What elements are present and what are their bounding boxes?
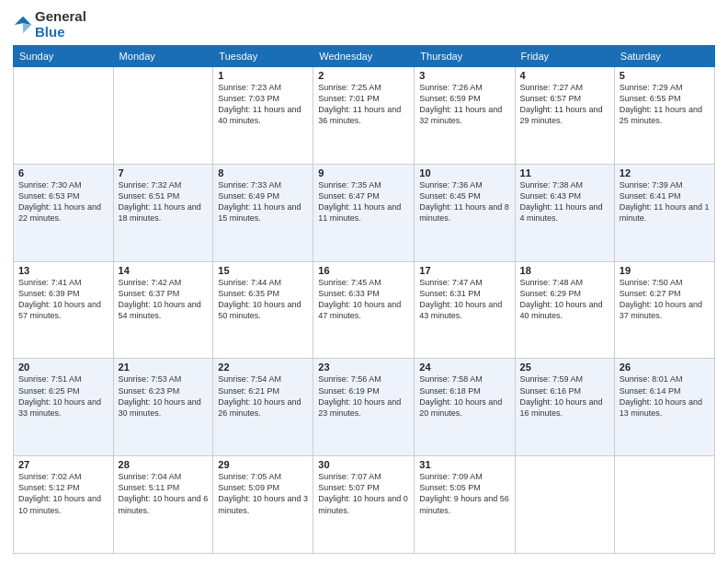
- calendar-cell: 4Sunrise: 7:27 AM Sunset: 6:57 PM Daylig…: [515, 67, 614, 165]
- day-info: Sunrise: 7:58 AM Sunset: 6:18 PM Dayligh…: [419, 373, 509, 419]
- day-info: Sunrise: 7:41 AM Sunset: 6:39 PM Dayligh…: [18, 277, 108, 322]
- day-info: Sunrise: 7:53 AM Sunset: 6:23 PM Dayligh…: [119, 373, 209, 419]
- day-number: 13: [18, 265, 108, 276]
- day-info: Sunrise: 8:01 AM Sunset: 6:14 PM Dayligh…: [620, 373, 710, 419]
- day-number: 24: [419, 362, 509, 373]
- calendar-week-row: 1Sunrise: 7:23 AM Sunset: 7:03 PM Daylig…: [14, 67, 715, 165]
- calendar-cell: 5Sunrise: 7:29 AM Sunset: 6:55 PM Daylig…: [614, 67, 714, 165]
- calendar-cell: 10Sunrise: 7:36 AM Sunset: 6:45 PM Dayli…: [415, 164, 515, 261]
- day-number: 5: [620, 70, 710, 81]
- calendar-cell: 21Sunrise: 7:53 AM Sunset: 6:23 PM Dayli…: [113, 359, 213, 456]
- day-number: 8: [218, 167, 308, 178]
- calendar-cell: 11Sunrise: 7:38 AM Sunset: 6:43 PM Dayli…: [515, 164, 614, 261]
- calendar-cell: 1Sunrise: 7:23 AM Sunset: 7:03 PM Daylig…: [213, 67, 313, 165]
- calendar-cell: 17Sunrise: 7:47 AM Sunset: 6:31 PM Dayli…: [415, 261, 515, 359]
- day-info: Sunrise: 7:09 AM Sunset: 5:05 PM Dayligh…: [419, 471, 509, 516]
- day-number: 2: [318, 70, 409, 81]
- day-info: Sunrise: 7:59 AM Sunset: 6:16 PM Dayligh…: [520, 373, 609, 419]
- calendar-cell: 25Sunrise: 7:59 AM Sunset: 6:16 PM Dayli…: [515, 359, 614, 456]
- calendar-cell: [113, 67, 213, 165]
- weekday-header: Monday: [113, 46, 213, 67]
- day-number: 31: [419, 459, 509, 470]
- calendar-cell: 26Sunrise: 8:01 AM Sunset: 6:14 PM Dayli…: [614, 359, 714, 456]
- svg-marker-1: [23, 23, 31, 33]
- day-number: 20: [18, 362, 108, 373]
- day-number: 27: [18, 459, 108, 470]
- calendar-cell: 22Sunrise: 7:54 AM Sunset: 6:21 PM Dayli…: [213, 359, 313, 456]
- day-number: 14: [119, 265, 209, 276]
- calendar-cell: 30Sunrise: 7:07 AM Sunset: 5:07 PM Dayli…: [313, 456, 415, 554]
- calendar-cell: 15Sunrise: 7:44 AM Sunset: 6:35 PM Dayli…: [213, 261, 313, 359]
- day-info: Sunrise: 7:51 AM Sunset: 6:25 PM Dayligh…: [18, 373, 108, 419]
- calendar-cell: 7Sunrise: 7:32 AM Sunset: 6:51 PM Daylig…: [113, 164, 213, 261]
- calendar-cell: 13Sunrise: 7:41 AM Sunset: 6:39 PM Dayli…: [14, 261, 114, 359]
- day-number: 11: [520, 167, 609, 178]
- weekday-header: Friday: [515, 46, 614, 67]
- logo-icon: [13, 15, 33, 35]
- day-info: Sunrise: 7:26 AM Sunset: 6:59 PM Dayligh…: [419, 82, 509, 127]
- calendar-cell: 23Sunrise: 7:56 AM Sunset: 6:19 PM Dayli…: [313, 359, 415, 456]
- day-info: Sunrise: 7:32 AM Sunset: 6:51 PM Dayligh…: [119, 179, 209, 224]
- day-info: Sunrise: 7:30 AM Sunset: 6:53 PM Dayligh…: [18, 179, 108, 224]
- day-number: 15: [218, 265, 308, 276]
- day-info: Sunrise: 7:48 AM Sunset: 6:29 PM Dayligh…: [520, 277, 609, 322]
- day-info: Sunrise: 7:54 AM Sunset: 6:21 PM Dayligh…: [218, 373, 308, 419]
- calendar-week-row: 27Sunrise: 7:02 AM Sunset: 5:12 PM Dayli…: [14, 456, 715, 554]
- day-number: 22: [218, 362, 308, 373]
- weekday-header-row: SundayMondayTuesdayWednesdayThursdayFrid…: [14, 46, 715, 67]
- calendar-table: SundayMondayTuesdayWednesdayThursdayFrid…: [13, 45, 715, 554]
- calendar-cell: 6Sunrise: 7:30 AM Sunset: 6:53 PM Daylig…: [14, 164, 114, 261]
- page: General Blue SundayMondayTuesdayWednesda…: [0, 0, 728, 563]
- weekday-header: Tuesday: [213, 46, 313, 67]
- day-info: Sunrise: 7:35 AM Sunset: 6:47 PM Dayligh…: [318, 179, 409, 224]
- day-number: 10: [419, 167, 509, 178]
- calendar-cell: 9Sunrise: 7:35 AM Sunset: 6:47 PM Daylig…: [313, 164, 415, 261]
- day-number: 18: [520, 265, 609, 276]
- calendar-cell: 31Sunrise: 7:09 AM Sunset: 5:05 PM Dayli…: [415, 456, 515, 554]
- calendar-cell: 28Sunrise: 7:04 AM Sunset: 5:11 PM Dayli…: [113, 456, 213, 554]
- day-number: 26: [620, 362, 710, 373]
- day-number: 30: [318, 459, 409, 470]
- day-info: Sunrise: 7:44 AM Sunset: 6:35 PM Dayligh…: [218, 277, 308, 322]
- day-info: Sunrise: 7:42 AM Sunset: 6:37 PM Dayligh…: [119, 277, 209, 322]
- day-number: 16: [318, 265, 409, 276]
- day-info: Sunrise: 7:02 AM Sunset: 5:12 PM Dayligh…: [18, 471, 108, 516]
- day-info: Sunrise: 7:45 AM Sunset: 6:33 PM Dayligh…: [318, 277, 409, 322]
- day-number: 6: [18, 167, 108, 178]
- weekday-header: Thursday: [415, 46, 515, 67]
- calendar-cell: [515, 456, 614, 554]
- day-info: Sunrise: 7:56 AM Sunset: 6:19 PM Dayligh…: [318, 373, 409, 419]
- day-info: Sunrise: 7:50 AM Sunset: 6:27 PM Dayligh…: [620, 277, 710, 322]
- logo: General Blue: [13, 9, 86, 40]
- calendar-cell: 14Sunrise: 7:42 AM Sunset: 6:37 PM Dayli…: [113, 261, 213, 359]
- day-number: 7: [119, 167, 209, 178]
- calendar-cell: 2Sunrise: 7:25 AM Sunset: 7:01 PM Daylig…: [313, 67, 415, 165]
- day-info: Sunrise: 7:23 AM Sunset: 7:03 PM Dayligh…: [218, 82, 308, 127]
- day-number: 9: [318, 167, 409, 178]
- calendar-cell: 20Sunrise: 7:51 AM Sunset: 6:25 PM Dayli…: [14, 359, 114, 456]
- day-info: Sunrise: 7:05 AM Sunset: 5:09 PM Dayligh…: [218, 471, 308, 516]
- calendar-week-row: 13Sunrise: 7:41 AM Sunset: 6:39 PM Dayli…: [14, 261, 715, 359]
- day-number: 17: [419, 265, 509, 276]
- day-info: Sunrise: 7:47 AM Sunset: 6:31 PM Dayligh…: [419, 277, 509, 322]
- day-number: 23: [318, 362, 409, 373]
- weekday-header: Wednesday: [313, 46, 415, 67]
- day-number: 1: [218, 70, 308, 81]
- calendar-cell: 16Sunrise: 7:45 AM Sunset: 6:33 PM Dayli…: [313, 261, 415, 359]
- day-number: 3: [419, 70, 509, 81]
- day-number: 12: [620, 167, 710, 178]
- calendar-cell: [614, 456, 714, 554]
- calendar-cell: 29Sunrise: 7:05 AM Sunset: 5:09 PM Dayli…: [213, 456, 313, 554]
- calendar-cell: 3Sunrise: 7:26 AM Sunset: 6:59 PM Daylig…: [415, 67, 515, 165]
- calendar-week-row: 20Sunrise: 7:51 AM Sunset: 6:25 PM Dayli…: [14, 359, 715, 456]
- day-number: 19: [620, 265, 710, 276]
- day-number: 21: [119, 362, 209, 373]
- calendar-cell: [14, 67, 114, 165]
- header: General Blue: [13, 9, 715, 40]
- calendar-cell: 19Sunrise: 7:50 AM Sunset: 6:27 PM Dayli…: [614, 261, 714, 359]
- day-number: 25: [520, 362, 609, 373]
- calendar-cell: 18Sunrise: 7:48 AM Sunset: 6:29 PM Dayli…: [515, 261, 614, 359]
- day-number: 4: [520, 70, 609, 81]
- day-info: Sunrise: 7:04 AM Sunset: 5:11 PM Dayligh…: [119, 471, 209, 516]
- weekday-header: Sunday: [14, 46, 114, 67]
